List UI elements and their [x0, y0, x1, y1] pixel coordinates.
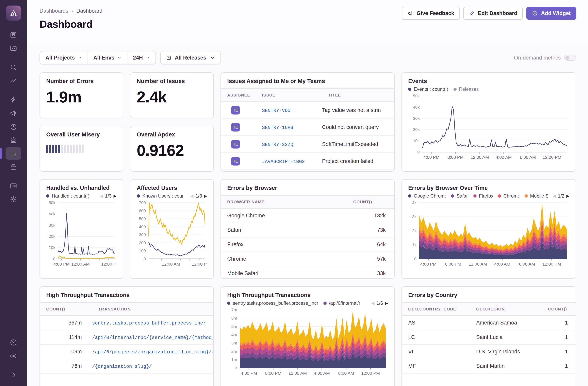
issue-link[interactable]: SENTRY-16H8 — [262, 125, 293, 130]
legend-item[interactable]: Chrome — [498, 193, 519, 199]
legend-item[interactable]: sentry.tasks.process_buffer.process_incr — [227, 300, 318, 306]
legend-dot — [137, 194, 140, 198]
transaction-link[interactable]: sentry.tasks.process_buffer.process_incr — [92, 320, 206, 326]
svg-text:12:00 AM: 12:00 AM — [162, 262, 180, 267]
svg-text:600: 600 — [139, 208, 146, 213]
sidebar-item-megaphone[interactable] — [5, 107, 21, 119]
table-row: 367msentry.tasks.process_buffer.process_… — [40, 316, 213, 330]
svg-text:50k: 50k — [49, 200, 55, 205]
legend-item[interactable]: /api/0/internal/r — [323, 300, 360, 306]
issue-link[interactable]: SENTRY-32ZQ — [262, 142, 293, 147]
legend-item[interactable]: Firefox — [473, 193, 493, 199]
sidebar-item-issues[interactable] — [5, 28, 21, 41]
svg-text:12:00 AM: 12:00 AM — [289, 371, 307, 376]
errors-by-browser-over-time-chart[interactable]: 01k2k3k4k4:00 PM8:00 PM12:00 AM4:00 AM8:… — [408, 200, 569, 277]
legend-item[interactable]: Events : count( ) — [408, 86, 448, 92]
legend-item[interactable]: Safari — [451, 193, 468, 199]
count-cell: 76m — [40, 359, 92, 373]
sidebar-item-collapse-chevron[interactable] — [5, 369, 21, 381]
sidebar-item-settings-gear[interactable] — [5, 193, 21, 206]
region-cell: Saint Lucia — [470, 330, 542, 344]
svg-text:0: 0 — [414, 256, 417, 261]
date-range-filter[interactable]: 24H — [127, 51, 155, 64]
sidebar-item-dashboards[interactable] — [5, 147, 21, 160]
svg-text:30k: 30k — [413, 116, 420, 121]
sidebar-item-stats-monitor[interactable] — [5, 180, 21, 192]
sidebar-item-performance[interactable] — [5, 74, 21, 87]
legend-dot — [498, 194, 501, 198]
sidebar-item-archive-box[interactable] — [5, 160, 21, 173]
svg-text:1m: 1m — [231, 357, 237, 362]
breadcrumb-dashboard[interactable]: Dashboard — [76, 8, 102, 14]
pagination-prev-icon[interactable]: ◀ — [371, 301, 374, 306]
pagination-next-icon[interactable]: ▶ — [385, 301, 388, 306]
svg-text:8:00 AM: 8:00 AM — [519, 262, 535, 267]
pagination-next-icon[interactable]: ▶ — [567, 194, 569, 198]
table-row: ASAmerican Samoa1 — [402, 316, 576, 330]
legend-label: Releases — [459, 86, 479, 92]
legend-dot — [408, 88, 411, 91]
sidebar-item-projects[interactable] — [5, 42, 21, 55]
sidebar-item-lightning[interactable] — [5, 93, 21, 106]
sidebar-item-alerts-siren[interactable] — [5, 134, 21, 146]
svg-text:2m: 2m — [231, 349, 237, 354]
chevron-down-icon — [117, 56, 122, 60]
legend-item[interactable]: Releases — [453, 86, 479, 92]
widget-handled-vs-unhandled: Handled vs. Unhandled Handled : count( )… — [40, 179, 123, 279]
issue-link[interactable]: JAVASCRIPT-1BG2 — [262, 159, 305, 164]
column-header: ASSIGNEE — [221, 89, 256, 102]
sidebar-item-broadcast[interactable] — [5, 350, 21, 362]
table-head: ASSIGNEEISSUETITLE — [221, 89, 394, 102]
high-throughput-transactions-chart[interactable]: 01m2m3m4m5m6m7m4:00 PM8:00 PM12:00 AM4:0… — [227, 307, 388, 386]
transaction-link[interactable]: /{organization_slug}/ — [92, 364, 152, 369]
svg-text:8:00 AM: 8:00 AM — [338, 371, 354, 376]
releases-filter[interactable]: All Releases — [160, 51, 221, 65]
environments-filter[interactable]: All Envs — [87, 51, 127, 64]
table-row: TESENTRY-VD5Tag value was not a strin — [221, 102, 394, 119]
transaction-link[interactable]: /api/0/internal/rpc/{service_name}/{meth… — [92, 335, 213, 340]
transaction-link[interactable]: /api/0/projects/{organization_id_or_slug… — [92, 349, 213, 355]
projects-filter[interactable]: All Projects — [40, 51, 87, 64]
legend-item[interactable]: Google Chrome — [408, 193, 446, 199]
legend-item[interactable]: Mobile S — [525, 193, 548, 199]
legend-item[interactable]: Handled : count( ) — [46, 193, 89, 199]
issue-link[interactable]: SENTRY-VD5 — [262, 108, 291, 113]
table-row: MFSaint Martin1 — [402, 359, 576, 373]
pagination-prev-icon[interactable]: ◀ — [190, 194, 193, 198]
svg-text:12:00 AM: 12:00 AM — [71, 262, 90, 267]
pagination-label: 1/3 — [105, 193, 111, 199]
edit-dashboard-button[interactable]: Edit Dashboard — [463, 7, 523, 20]
legend-item[interactable]: Known Users : cour — [137, 193, 184, 199]
sidebar-item-help[interactable] — [5, 336, 21, 349]
events-chart[interactable]: 010k20k30k40k50k4:00 PM8:00 PM12:00 AM4:… — [408, 93, 569, 170]
table-head: BROWSER.NAMECOUNT() — [221, 195, 394, 208]
count-cell: 64k — [347, 237, 394, 252]
pagination-next-icon[interactable]: ▶ — [114, 194, 117, 198]
pagination-prev-icon[interactable]: ◀ — [100, 194, 103, 198]
widget-number-of-issues: Number of Issues 2.4k — [130, 72, 214, 118]
widget-number-of-errors: Number of Errors 1.9m — [40, 72, 123, 118]
svg-text:700: 700 — [139, 200, 146, 205]
table-header-row: COUNT()TRANSACTION — [40, 303, 213, 316]
add-widget-button[interactable]: Add Widget — [526, 7, 576, 20]
chart-legend: Google ChromeSafariFirefoxChromeMobile S… — [408, 193, 569, 199]
on-demand-metrics: On-demand metrics — [514, 55, 576, 61]
sidebar-item-replays-history[interactable] — [5, 120, 21, 133]
pagination-prev-icon[interactable]: ◀ — [553, 194, 556, 198]
handled-vs-unhandled-chart[interactable]: 010k20k30k40k50k4:00 PM12:00 AM12:00 P — [46, 200, 117, 277]
give-feedback-button[interactable]: Give Feedback — [402, 7, 460, 20]
active-indicator — [0, 148, 2, 159]
svg-text:10k: 10k — [413, 138, 420, 143]
legend-label: Handled : count( ) — [52, 193, 89, 199]
widget-high-throughput-table: High Throughput Transactions COUNT()TRAN… — [40, 286, 214, 386]
svg-text:0: 0 — [417, 150, 420, 154]
browser-name-cell: Mobile Safari — [221, 266, 347, 279]
affected-users-chart[interactable]: 010020030040050060070012:00 AM12:00 P — [137, 200, 207, 277]
sentry-logo[interactable] — [6, 5, 21, 21]
megaphone-icon — [9, 109, 17, 117]
on-demand-metrics-toggle[interactable] — [564, 55, 576, 61]
pagination-next-icon[interactable]: ▶ — [204, 194, 207, 198]
sidebar-item-search[interactable] — [5, 61, 21, 73]
assignee-cell: TE — [221, 153, 256, 170]
breadcrumb-dashboards[interactable]: Dashboards — [40, 8, 68, 14]
